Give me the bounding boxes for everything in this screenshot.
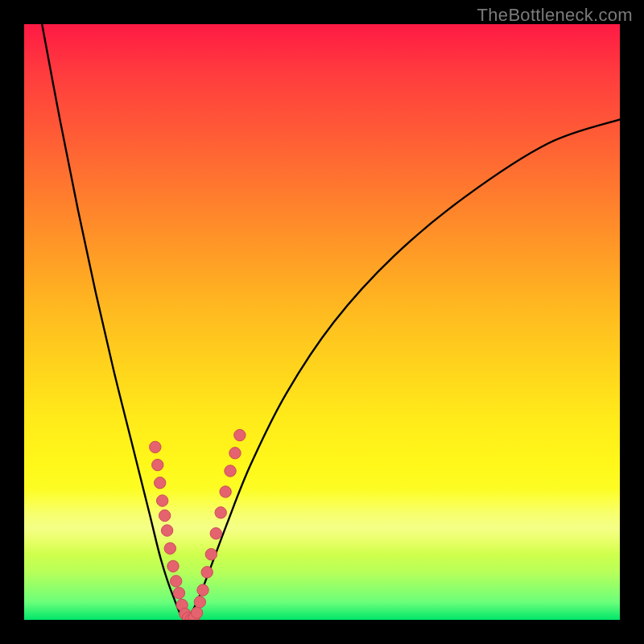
dot xyxy=(173,588,184,599)
dot xyxy=(152,459,163,470)
highlight-dots xyxy=(150,429,246,620)
plot-area xyxy=(24,24,620,620)
dot xyxy=(191,607,202,618)
dot xyxy=(210,528,221,539)
dot xyxy=(225,465,236,477)
dot xyxy=(201,567,213,578)
dot xyxy=(155,477,166,489)
dot xyxy=(229,448,241,459)
watermark-text: TheBottleneck.com xyxy=(477,5,633,26)
dot xyxy=(171,576,182,587)
dot xyxy=(220,486,231,497)
dot xyxy=(156,495,167,506)
curve-layer xyxy=(24,24,620,620)
dot xyxy=(161,525,172,536)
dot xyxy=(197,584,208,596)
dot xyxy=(194,597,205,608)
dot xyxy=(167,560,179,572)
dot xyxy=(159,510,170,521)
dot xyxy=(164,543,175,554)
dot xyxy=(234,429,246,440)
chart-frame: TheBottleneck.com xyxy=(0,0,644,644)
dot xyxy=(150,441,161,452)
dot xyxy=(205,548,217,559)
bottleneck-curve xyxy=(42,24,620,620)
dot xyxy=(215,507,226,518)
